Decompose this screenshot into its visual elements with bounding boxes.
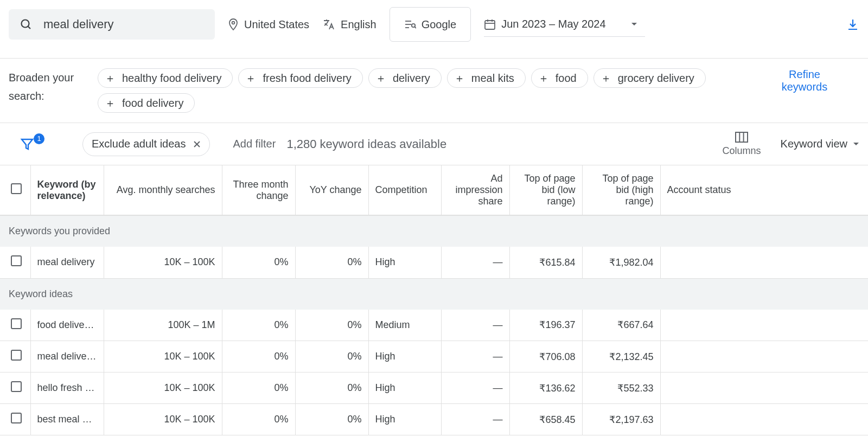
chevron-down-icon [631,22,637,27]
checkbox-icon[interactable] [11,183,22,194]
table-row[interactable]: best meal delivery service10K – 100K0%0%… [0,404,868,435]
column-high-bid[interactable]: Top of page bid (high range) [582,165,660,216]
columns-icon [735,131,749,143]
refine-keywords-link[interactable]: Refine keywords [769,68,840,93]
broaden-chip[interactable]: ＋healthy food delivery [98,68,233,88]
cell-imp: — [441,341,509,373]
cell-three: 0% [222,404,295,435]
plus-icon: ＋ [245,71,256,86]
cell-three: 0% [222,310,295,341]
plus-icon: ＋ [105,71,116,86]
ideas-count: 1,280 keyword ideas available [286,137,446,151]
broaden-label: Broaden your search: [9,68,88,105]
search-input[interactable] [42,17,204,32]
cell-keyword: food delivery services that accept ebt [30,310,104,341]
cell-yoy: 0% [295,341,368,373]
cell-high: ₹1,982.04 [582,247,660,278]
broaden-chip[interactable]: ＋food [531,68,588,88]
cell-high: ₹667.64 [582,310,660,341]
column-avg[interactable]: Avg. monthly searches [104,165,222,216]
table-section: Keyword ideas [0,278,868,310]
select-all-header[interactable] [0,165,30,216]
cell-status [660,404,868,435]
checkbox-icon[interactable] [11,381,22,392]
search-box[interactable] [9,9,215,40]
cell-comp: High [368,341,441,373]
table-row[interactable]: food delivery services that accept ebt10… [0,310,868,341]
filter-button[interactable]: 1 [20,137,41,152]
plus-icon: ＋ [105,96,116,111]
close-icon[interactable] [193,140,201,148]
broaden-chip[interactable]: ＋food delivery [98,93,195,113]
cell-low: ₹615.84 [509,247,582,278]
plus-icon: ＋ [538,71,549,86]
translate-icon [322,18,335,31]
cell-keyword: hello fresh meals [30,373,104,404]
cell-low: ₹136.62 [509,373,582,404]
filter-pill-exclude-adult[interactable]: Exclude adult ideas [82,132,210,156]
column-competition[interactable]: Competition [368,165,441,216]
cell-low: ₹658.45 [509,404,582,435]
table-row[interactable]: hello fresh meals10K – 100K0%0%High—₹136… [0,373,868,404]
svg-line-7 [414,27,416,29]
column-yoy[interactable]: YoY change [295,165,368,216]
svg-point-0 [22,20,29,28]
table-row[interactable]: meal delivery service10K – 100K0%0%High—… [0,341,868,373]
download-button[interactable] [846,18,859,31]
cell-avg: 10K – 100K [104,404,222,435]
date-range-selector[interactable]: Jun 2023 – May 2024 [484,12,644,37]
broaden-chip[interactable]: ＋fresh food delivery [238,68,362,88]
checkbox-icon[interactable] [11,350,22,361]
column-keyword[interactable]: Keyword (by relevance) [30,165,104,216]
top-toolbar: United States English Google Jun 2023 – … [0,0,868,58]
cell-high: ₹552.33 [582,373,660,404]
cell-imp: — [441,247,509,278]
cell-status [660,247,868,278]
checkbox-icon[interactable] [11,413,22,423]
svg-rect-14 [736,132,748,142]
plus-icon: ＋ [375,71,386,86]
language-selector[interactable]: English [322,18,376,31]
cell-comp: Medium [368,310,441,341]
location-selector[interactable]: United States [228,18,309,31]
table-row[interactable]: meal delivery10K – 100K0%0%High—₹615.84₹… [0,247,868,278]
cell-status [660,310,868,341]
cell-yoy: 0% [295,373,368,404]
network-selector[interactable]: Google [390,7,471,42]
location-icon [228,18,239,31]
broaden-chip[interactable]: ＋meal kits [447,68,526,88]
list-search-icon [404,20,416,29]
cell-three: 0% [222,247,295,278]
cell-three: 0% [222,341,295,373]
cell-three: 0% [222,373,295,404]
svg-rect-8 [485,21,495,29]
calendar-icon [484,18,496,30]
cell-yoy: 0% [295,247,368,278]
broaden-section: Broaden your search: ＋healthy food deliv… [0,58,868,123]
svg-point-6 [411,24,414,27]
location-text: United States [244,18,309,31]
cell-high: ₹2,132.45 [582,341,660,373]
cell-keyword: meal delivery service [30,341,104,373]
cell-comp: High [368,404,441,435]
cell-imp: — [441,310,509,341]
keyword-view-selector[interactable]: Keyword view [781,138,859,150]
broaden-chip[interactable]: ＋grocery delivery [593,68,706,88]
checkbox-icon[interactable] [11,255,22,266]
cell-comp: High [368,373,441,404]
add-filter-button[interactable]: Add filter [233,138,276,150]
cell-low: ₹196.37 [509,310,582,341]
columns-button[interactable]: Columns [723,131,761,157]
column-account-status[interactable]: Account status [660,165,868,216]
cell-imp: — [441,373,509,404]
cell-status [660,373,868,404]
cell-status [660,341,868,373]
column-low-bid[interactable]: Top of page bid (low range) [509,165,582,216]
broaden-chip[interactable]: ＋delivery [368,68,442,88]
checkbox-icon[interactable] [11,318,22,329]
cell-high: ₹2,197.63 [582,404,660,435]
cell-comp: High [368,247,441,278]
column-impression[interactable]: Ad impression share [441,165,509,216]
column-three-month[interactable]: Three month change [222,165,295,216]
table-section: Keywords you provided [0,215,868,247]
